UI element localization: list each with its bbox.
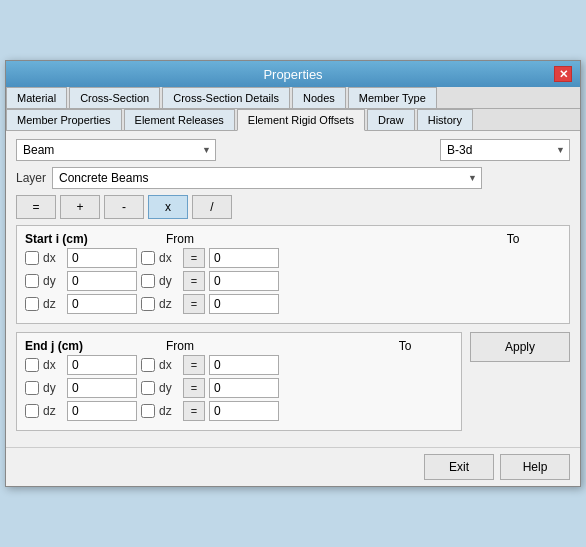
exit-button[interactable]: Exit [424, 454, 494, 480]
end-j-dz-from-axis: dz [159, 404, 179, 418]
beam-b3d-row: Beam Column Brace B-3d B-2d [16, 139, 570, 161]
properties-window: Properties ✕ Material Cross-Section Cros… [5, 60, 581, 487]
layer-select[interactable]: Concrete Beams Steel Beams Columns [52, 167, 482, 189]
tab-element-rigid-offsets[interactable]: Element Rigid Offsets [237, 109, 365, 131]
op-divide-btn[interactable]: / [192, 195, 232, 219]
end-j-dz-from-checkbox[interactable] [141, 404, 155, 418]
start-i-dx-eq-btn[interactable]: = [183, 248, 205, 268]
start-i-dx-checkbox[interactable] [25, 251, 39, 265]
end-j-dz-label: dz [43, 404, 63, 418]
end-j-dx-label: dx [43, 358, 63, 372]
op-plus-btn[interactable]: + [60, 195, 100, 219]
start-i-dx-row: dx dx = [25, 248, 561, 268]
start-i-dx-from-axis: dx [159, 251, 179, 265]
end-j-dy-from-axis: dy [159, 381, 179, 395]
beam-select[interactable]: Beam Column Brace [16, 139, 216, 161]
start-i-dy-row: dy dy = [25, 271, 561, 291]
end-j-dx-from-checkbox[interactable] [141, 358, 155, 372]
op-equals-btn[interactable]: = [16, 195, 56, 219]
start-i-dx-from-checkbox[interactable] [141, 251, 155, 265]
b3d-select[interactable]: B-3d B-2d [440, 139, 570, 161]
tab-element-releases[interactable]: Element Releases [124, 109, 235, 130]
start-i-dx-to-input[interactable] [209, 248, 279, 268]
end-j-dx-row: dx dx = [25, 355, 453, 375]
beam-dropdown-wrap: Beam Column Brace [16, 139, 216, 161]
end-j-from-label: From [125, 339, 235, 353]
layer-dropdown-wrap: Concrete Beams Steel Beams Columns [52, 167, 482, 189]
start-i-dz-row: dz dz = [25, 294, 561, 314]
title-bar: Properties ✕ [6, 61, 580, 87]
tab-history[interactable]: History [417, 109, 473, 130]
start-i-dy-label: dy [43, 274, 63, 288]
end-j-section: End j (cm) From To dx dx = [16, 332, 462, 431]
start-i-dy-eq-btn[interactable]: = [183, 271, 205, 291]
start-i-dz-label: dz [43, 297, 63, 311]
start-i-dy-from-input[interactable] [67, 271, 137, 291]
ops-row: = + - x / [16, 195, 570, 219]
op-multiply-btn[interactable]: x [148, 195, 188, 219]
end-j-dz-from-input[interactable] [67, 401, 137, 421]
end-j-dy-label: dy [43, 381, 63, 395]
op-minus-btn[interactable]: - [104, 195, 144, 219]
b3d-dropdown-wrap: B-3d B-2d [440, 139, 570, 161]
end-j-dz-row: dz dz = [25, 401, 453, 421]
start-i-section: Start i (cm) From To dx dx = dy [16, 225, 570, 324]
start-i-dy-from-checkbox[interactable] [141, 274, 155, 288]
window-title: Properties [32, 67, 554, 82]
start-i-header: Start i (cm) From To [25, 232, 561, 246]
end-j-dx-from-input[interactable] [67, 355, 137, 375]
tab-cross-section[interactable]: Cross-Section [69, 87, 160, 108]
bottom-bar: Exit Help [6, 447, 580, 486]
start-i-dz-to-input[interactable] [209, 294, 279, 314]
end-j-header: End j (cm) From To [25, 339, 453, 353]
tabs-row2: Member Properties Element Releases Eleme… [6, 109, 580, 131]
tab-material[interactable]: Material [6, 87, 67, 108]
end-j-dx-checkbox[interactable] [25, 358, 39, 372]
start-i-dx-label: dx [43, 251, 63, 265]
end-j-dy-from-input[interactable] [67, 378, 137, 398]
end-j-dx-eq-btn[interactable]: = [183, 355, 205, 375]
end-j-dy-eq-btn[interactable]: = [183, 378, 205, 398]
start-i-to-label: To [473, 232, 553, 246]
start-i-dx-from-input[interactable] [67, 248, 137, 268]
end-j-dx-from-axis: dx [159, 358, 179, 372]
start-i-dy-checkbox[interactable] [25, 274, 39, 288]
end-j-dx-to-input[interactable] [209, 355, 279, 375]
tabs-row1: Material Cross-Section Cross-Section Det… [6, 87, 580, 109]
start-i-dz-checkbox[interactable] [25, 297, 39, 311]
tab-nodes[interactable]: Nodes [292, 87, 346, 108]
apply-area: Apply [470, 332, 570, 372]
start-i-dy-from-axis: dy [159, 274, 179, 288]
end-j-dy-row: dy dy = [25, 378, 453, 398]
help-button[interactable]: Help [500, 454, 570, 480]
tab-draw[interactable]: Draw [367, 109, 415, 130]
start-i-title: Start i (cm) [25, 232, 125, 246]
start-i-dz-from-input[interactable] [67, 294, 137, 314]
start-i-dz-from-axis: dz [159, 297, 179, 311]
apply-button[interactable]: Apply [470, 332, 570, 362]
start-i-dy-to-input[interactable] [209, 271, 279, 291]
start-i-from-label: From [125, 232, 235, 246]
layer-row: Layer Concrete Beams Steel Beams Columns [16, 167, 570, 189]
end-j-dy-checkbox[interactable] [25, 381, 39, 395]
end-j-dy-to-input[interactable] [209, 378, 279, 398]
end-j-dz-eq-btn[interactable]: = [183, 401, 205, 421]
layer-label: Layer [16, 171, 46, 185]
end-j-title: End j (cm) [25, 339, 125, 353]
tab-member-properties[interactable]: Member Properties [6, 109, 122, 130]
end-j-to-label: To [365, 339, 445, 353]
tab-cross-section-details[interactable]: Cross-Section Details [162, 87, 290, 108]
end-j-dz-to-input[interactable] [209, 401, 279, 421]
end-j-dz-checkbox[interactable] [25, 404, 39, 418]
tab-member-type[interactable]: Member Type [348, 87, 437, 108]
close-button[interactable]: ✕ [554, 66, 572, 82]
start-i-dz-eq-btn[interactable]: = [183, 294, 205, 314]
content-area: Beam Column Brace B-3d B-2d Layer Concre… [6, 131, 580, 447]
end-j-dy-from-checkbox[interactable] [141, 381, 155, 395]
start-i-dz-from-checkbox[interactable] [141, 297, 155, 311]
